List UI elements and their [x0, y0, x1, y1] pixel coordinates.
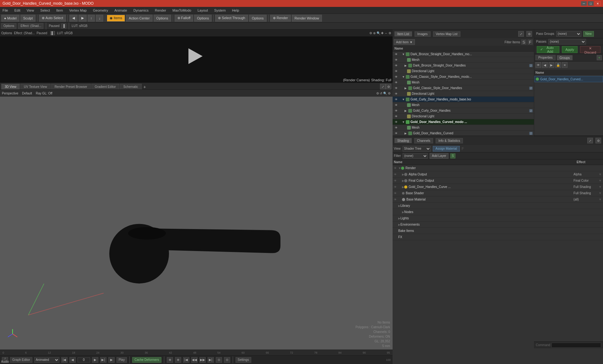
list-item[interactable]: 👁 ▼ Gold_Door_Handles_Curved_modo ... — [393, 119, 534, 125]
tab-uv-texture[interactable]: UV Texture View — [20, 84, 51, 89]
shader-row-environments[interactable]: 👁 ▶ Environments — [393, 222, 603, 228]
options-button-3[interactable]: Options — [249, 15, 267, 22]
render-window-button[interactable]: Render Window — [292, 15, 322, 22]
toolbar-icon-1[interactable]: ◀ — [69, 15, 78, 22]
tl-icon-7[interactable]: ⊙ — [216, 357, 222, 363]
menu-edit[interactable]: Edit — [13, 8, 22, 13]
list-item[interactable]: 👁 ▼ Gold_Curly_Door_Handles_modo_base.lx… — [393, 97, 534, 102]
menu-dynamics[interactable]: Dynamics — [132, 8, 150, 13]
eye-icon[interactable]: 👁 — [394, 114, 398, 119]
expand-arrow[interactable]: ▶ — [405, 64, 408, 67]
eye-icon[interactable]: 👁 — [394, 185, 398, 189]
shader-row-final-color[interactable]: 👁 ▶ Final Color Output Final Color ▼ — [393, 178, 603, 184]
item-list-settings-btn[interactable]: ⚙ — [526, 31, 532, 37]
eye-icon[interactable]: 👁 — [394, 192, 398, 195]
eye-icon[interactable]: 👁 — [394, 109, 398, 113]
expand-arrow[interactable]: ▶ — [402, 185, 404, 189]
shading-expand-btn[interactable]: ⤢ — [587, 138, 593, 143]
tab-properties[interactable]: Properties — [535, 55, 556, 60]
effect-dropdown-icon[interactable]: ▼ — [599, 185, 602, 189]
eye-icon[interactable]: 👁 — [394, 75, 398, 79]
expand-arrow[interactable]: ▼ — [402, 120, 406, 124]
add-tab-button[interactable]: + — [142, 84, 147, 89]
frame-input[interactable] — [78, 357, 90, 362]
menu-maxtomodo[interactable]: MaxToModo — [171, 8, 193, 13]
options-button-1[interactable]: Options — [154, 15, 171, 22]
toolbar-icon-3[interactable]: ↑ — [88, 15, 95, 22]
items-button[interactable]: ◉ Items — [107, 15, 125, 22]
menu-select[interactable]: Select — [39, 8, 51, 13]
shader-row-render[interactable]: 👁 ▼ Render — [393, 165, 603, 171]
list-item[interactable]: 👁 ▶ Gold_Classic_Style_Door_Handles 2 — [393, 85, 534, 91]
tl-icon-8[interactable]: ⊙ — [224, 357, 230, 363]
sculpt-button[interactable]: Sculpt — [20, 15, 36, 22]
groups-fwd-btn[interactable]: ▶ — [549, 62, 554, 68]
tab-images[interactable]: Images — [415, 31, 431, 37]
menu-item[interactable]: Item — [55, 8, 64, 13]
groups-lock-btn[interactable]: 🔒 — [555, 62, 561, 68]
next-key-button[interactable]: ▶| — [100, 357, 106, 363]
render-button[interactable]: ⊕ Render — [270, 15, 291, 22]
tab-render-preset[interactable]: Render Preset Browser — [51, 84, 91, 89]
eye-icon[interactable]: 👁 — [394, 80, 398, 85]
effect-dropdown-icon[interactable]: ▼ — [599, 191, 602, 195]
expand-arrow[interactable]: ▶ — [405, 132, 408, 135]
falloff-button[interactable]: ⊕ Falloff — [175, 15, 193, 22]
shading-settings-btn[interactable]: ⚙ — [595, 138, 601, 143]
prev-frame-button[interactable]: ◀ — [69, 357, 76, 363]
effect-button[interactable]: Effect: (Shad... — [18, 23, 43, 29]
shader-row-bake-items[interactable]: 👁 Bake Items — [393, 228, 603, 234]
shader-row-gold-material[interactable]: 👁 ▶ Gold_Door_Handles_Curve ... Full Sha… — [393, 184, 603, 190]
discard-button[interactable]: ✕ Discard — [580, 46, 600, 53]
command-input[interactable] — [551, 343, 601, 348]
expand-arrow[interactable]: ▶ — [398, 223, 400, 226]
list-item[interactable]: 👁 ▶ Dark_Bronze_Straight_Door_Handles 2 — [393, 63, 534, 68]
tl-icon-1[interactable]: ⊕ — [167, 357, 173, 363]
auto-add-button[interactable]: ✓ Auto Add — [537, 46, 559, 53]
graph-editor-button[interactable]: Graph Editor — [10, 357, 32, 363]
list-item[interactable]: 👁 Mesh — [393, 125, 534, 131]
animated-select[interactable]: Animated — [34, 357, 59, 363]
play-button-preview[interactable] — [188, 48, 204, 64]
effect-dropdown-icon[interactable]: ▼ — [599, 173, 602, 176]
expand-arrow[interactable]: ▶ — [405, 87, 408, 90]
menu-animate[interactable]: Animate — [113, 8, 128, 13]
list-item[interactable]: 👁 ▼ Gold_Classic_Style_Door_Handles_modo… — [393, 74, 534, 80]
eye-icon[interactable]: 👁 — [394, 97, 398, 102]
toolbar-icon-4[interactable]: ↓ — [96, 15, 103, 22]
viewport-settings-button[interactable]: ⚙ — [386, 84, 391, 89]
model-button[interactable]: ● Model — [1, 15, 19, 22]
eye-icon[interactable]: 👁 — [394, 92, 398, 96]
tl-icon-5[interactable]: ▶▶ — [199, 357, 206, 363]
menu-help[interactable]: Help — [231, 8, 241, 13]
expand-arrow[interactable]: ▶ — [405, 109, 408, 112]
toolbar-icon-2[interactable]: ▶ — [79, 15, 87, 22]
tl-icon-4[interactable]: ◀◀ — [191, 357, 198, 363]
settings-button[interactable]: Settings — [236, 357, 251, 363]
options-button-secondary[interactable]: Options — [1, 23, 16, 29]
filter-s-btn[interactable]: S — [450, 153, 455, 158]
eye-icon[interactable]: 👁 — [394, 86, 398, 90]
select-through-button[interactable]: ⊕ Select Through — [215, 15, 248, 22]
tab-info-statistics[interactable]: Info & Statistics — [436, 138, 463, 143]
expand-arrow[interactable]: ▶ — [398, 217, 400, 220]
filter-s-btn[interactable]: S — [521, 40, 526, 45]
viewport-expand-button[interactable]: ⤢ — [380, 84, 386, 89]
close-button[interactable]: ✕ — [595, 1, 600, 6]
tab-groups[interactable]: Groups — [557, 55, 573, 60]
eye-icon[interactable]: 👁 — [394, 131, 398, 136]
shader-row-base-shader[interactable]: 👁 Base Shader Full Shading ▼ — [393, 190, 603, 196]
eye-icon[interactable]: 👁 — [394, 63, 398, 68]
shader-row-nodes[interactable]: 👁 ▶ Nodes — [393, 209, 603, 215]
groups-item[interactable]: Gold_Door_Handles_Curved... — [534, 76, 603, 82]
list-item[interactable]: 👁 Mesh — [393, 102, 534, 108]
eye-icon[interactable]: 👁 — [394, 120, 398, 124]
eye-icon[interactable]: 👁 — [394, 103, 398, 107]
new-group-button[interactable]: New — [583, 31, 594, 37]
list-item[interactable]: 👁 Mesh — [393, 57, 534, 63]
groups-eye-btn[interactable]: 👁 — [535, 62, 541, 68]
effect-dropdown-icon[interactable]: ▼ — [599, 198, 602, 201]
list-item[interactable]: 👁 ▶ Gold_Curly_Door_Handles 2 — [393, 108, 534, 114]
add-layer-button[interactable]: Add Layer — [430, 153, 448, 159]
menu-view[interactable]: View — [25, 8, 35, 13]
